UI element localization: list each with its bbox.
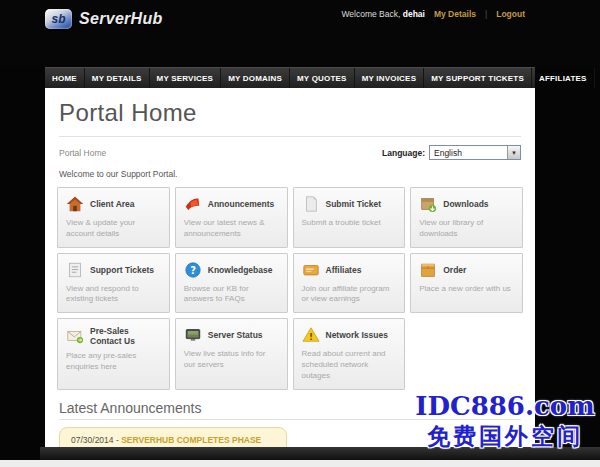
serverhub-logo-icon: sb bbox=[45, 9, 72, 29]
box-icon bbox=[419, 261, 437, 279]
site-header: sb ServerHub Welcome Back, dehai My Deta… bbox=[0, 0, 600, 66]
bottom-light-strip bbox=[0, 460, 600, 467]
main-nav: HOME MY DETAILS MY SERVICES MY DOMAINS M… bbox=[45, 67, 535, 88]
card-icon bbox=[302, 261, 320, 279]
breadcrumb-row: Portal Home Language: English ▼ bbox=[59, 145, 521, 160]
serverhub-logo-text: ServerHub bbox=[79, 10, 163, 28]
tile-title: Pre-Sales Contact Us bbox=[90, 326, 161, 346]
tile-description: Submit a trouble ticket bbox=[302, 218, 397, 229]
nav-home[interactable]: HOME bbox=[45, 68, 85, 88]
envelope-icon bbox=[66, 327, 84, 345]
tile-description: View our latest news & announcements bbox=[184, 218, 279, 240]
serverhub-logo[interactable]: sb ServerHub bbox=[45, 9, 163, 29]
chevron-down-icon: ▼ bbox=[507, 146, 520, 159]
tile-title: Downloads bbox=[443, 199, 488, 209]
announcement-separator: - bbox=[116, 435, 119, 445]
announcements-divider bbox=[59, 419, 521, 420]
tile-title: Knowledgebase bbox=[208, 265, 273, 275]
tile-description: Browse our KB for answers to FAQs bbox=[184, 284, 279, 306]
tile-announcements[interactable]: Announcements View our latest news & ann… bbox=[175, 187, 288, 248]
nav-my-invoices[interactable]: MY INVOICES bbox=[355, 68, 425, 88]
tile-description: View & update your account details bbox=[66, 218, 161, 240]
announcement-date: 07/30/2014 bbox=[71, 435, 114, 445]
package-icon bbox=[419, 195, 437, 213]
svg-text:?: ? bbox=[190, 264, 196, 275]
tile-network-issues[interactable]: ! Network Issues Read about current and … bbox=[293, 318, 406, 389]
nav-my-emails[interactable]: MY EMAILS bbox=[595, 68, 600, 88]
tile-downloads[interactable]: Downloads View our library of downloads bbox=[410, 187, 523, 248]
tile-title: Affiliates bbox=[326, 265, 362, 275]
my-details-link[interactable]: My Details bbox=[434, 9, 476, 19]
house-icon bbox=[66, 195, 84, 213]
tile-description: Join our affiliate program or view earni… bbox=[302, 284, 397, 306]
warning-icon: ! bbox=[302, 326, 320, 344]
nav-my-details[interactable]: MY DETAILS bbox=[85, 68, 150, 88]
welcome-back-text: Welcome Back, dehai bbox=[341, 9, 424, 19]
tile-description: Place a new order with us bbox=[419, 284, 514, 295]
logout-link[interactable]: Logout bbox=[496, 9, 525, 19]
tile-title: Support Tickets bbox=[90, 265, 154, 275]
tile-description: Read about current and scheduled network… bbox=[302, 349, 397, 381]
tile-description: View and respond to existing tickets bbox=[66, 284, 161, 306]
tile-server-status[interactable]: Server Status View live status info for … bbox=[175, 318, 288, 389]
page-title: Portal Home bbox=[45, 88, 535, 133]
tile-title: Server Status bbox=[208, 330, 263, 340]
tile-presales-contact[interactable]: Pre-Sales Contact Us Place any pre-sales… bbox=[57, 318, 170, 389]
account-links: Welcome Back, dehai My Details | Logout bbox=[341, 9, 525, 19]
tile-title: Client Area bbox=[90, 199, 135, 209]
username: dehai bbox=[403, 9, 425, 19]
question-icon: ? bbox=[184, 261, 202, 279]
welcome-prefix: Welcome Back, bbox=[341, 9, 400, 19]
megaphone-icon bbox=[184, 195, 202, 213]
title-divider bbox=[59, 136, 521, 137]
language-label: Language: bbox=[382, 148, 425, 158]
tile-title: Submit Ticket bbox=[326, 199, 382, 209]
tile-title: Announcements bbox=[208, 199, 275, 209]
tile-support-tickets[interactable]: Support Tickets View and respond to exis… bbox=[57, 253, 170, 314]
portal-tiles: Client Area View & update your account d… bbox=[57, 187, 523, 390]
document-icon bbox=[66, 261, 84, 279]
tile-description: View live status info for our servers bbox=[184, 349, 279, 371]
link-separator: | bbox=[485, 9, 487, 19]
tile-title: Network Issues bbox=[326, 330, 388, 340]
nav-affiliates[interactable]: AFFILIATES bbox=[532, 68, 595, 88]
nav-my-support-tickets[interactable]: MY SUPPORT TICKETS bbox=[424, 68, 532, 88]
tile-description: View our library of downloads bbox=[419, 218, 514, 240]
tile-title: Order bbox=[443, 265, 466, 275]
nav-my-services[interactable]: MY SERVICES bbox=[150, 68, 222, 88]
breadcrumb: Portal Home bbox=[59, 148, 106, 158]
bottom-dark-strip bbox=[40, 447, 600, 460]
tile-knowledgebase[interactable]: ? Knowledgebase Browse our KB for answer… bbox=[175, 253, 288, 314]
content-area: Portal Home Portal Home Language: Englis… bbox=[45, 88, 535, 447]
svg-text:!: ! bbox=[308, 332, 312, 342]
tile-submit-ticket[interactable]: Submit Ticket Submit a trouble ticket bbox=[293, 187, 406, 248]
nav-my-domains[interactable]: MY DOMAINS bbox=[221, 68, 290, 88]
server-icon bbox=[184, 326, 202, 344]
tile-client-area[interactable]: Client Area View & update your account d… bbox=[57, 187, 170, 248]
language-selected-value: English bbox=[430, 148, 462, 158]
language-select[interactable]: English ▼ bbox=[429, 145, 521, 160]
tile-order[interactable]: Order Place a new order with us bbox=[410, 253, 523, 314]
nav-my-quotes[interactable]: MY QUOTES bbox=[290, 68, 355, 88]
latest-announcements-heading: Latest Announcements bbox=[59, 400, 521, 416]
ticket-icon bbox=[302, 195, 320, 213]
tile-description: Place any pre-sales enquiries here bbox=[66, 351, 161, 373]
welcome-message: Welcome to our Support Portal. bbox=[59, 169, 521, 179]
language-picker: Language: English ▼ bbox=[382, 145, 521, 160]
tile-affiliates[interactable]: Affiliates Join our affiliate program or… bbox=[293, 253, 406, 314]
